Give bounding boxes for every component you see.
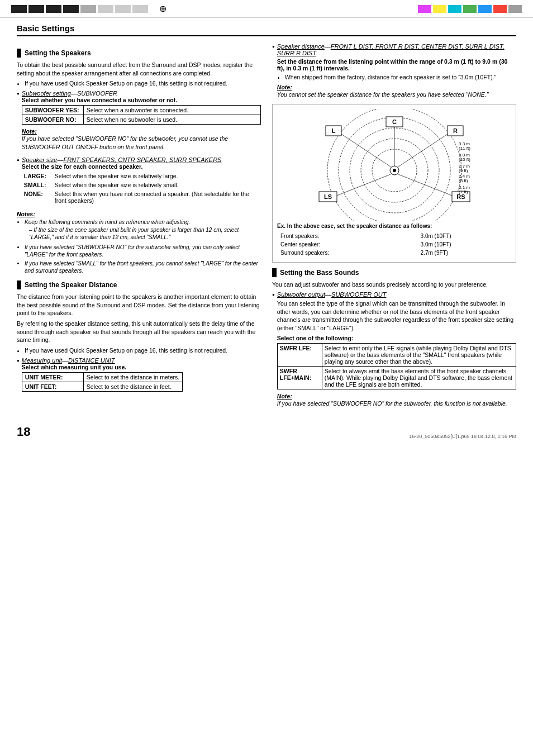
table-row: Front speakers: 3.0m (10FT) <box>278 232 510 240</box>
section-speakers-title: Setting the Speakers <box>25 49 91 57</box>
svg-line-21 <box>398 174 452 196</box>
subwoofer-output-title: Subwoofer output—SUBWOOFER OUT <box>277 291 387 298</box>
surround-speakers-value: 2.7m (9FT) <box>418 249 510 256</box>
color-cyan <box>448 5 461 13</box>
table-row: LARGE: Select when the speaker size is r… <box>22 172 261 180</box>
notes-subitem-1: If the size of the cone speaker unit bui… <box>29 226 261 241</box>
swfr-lfe-label: SWFR LFE: <box>277 343 322 366</box>
front-speakers-label: Front speakers: <box>278 232 417 240</box>
table-row: Center speaker: 3.0m (10FT) <box>278 241 510 248</box>
svg-line-20 <box>337 174 391 196</box>
speaker-notes-title: Notes: <box>17 211 261 217</box>
bass-note-title: Note: <box>277 393 516 400</box>
subwoofer-note-text: If you have selected "SUBWOOFER NO" for … <box>22 135 261 151</box>
swfr-lfemain-label: SWFR LFE+MAIN: <box>277 366 322 389</box>
svg-text:L: L <box>331 127 335 134</box>
subwoofer-note-title: Note: <box>22 128 261 135</box>
section-distance-heading: Setting the Speaker Distance <box>17 280 261 289</box>
top-bar: ⊕ <box>0 0 533 18</box>
bar-block-2 <box>28 5 44 13</box>
diagram-svg: C L R LS RS <box>313 109 475 221</box>
bar-block-8 <box>132 5 148 13</box>
color-magenta <box>418 5 431 13</box>
speaker-distance-note: Note: You cannot set the speaker distanc… <box>277 84 516 99</box>
page: English Basic Settings Setting the Speak… <box>0 18 533 450</box>
speaker-distance-note-title: Note: <box>277 84 516 91</box>
large-value: Select when the speaker size is relative… <box>53 172 261 180</box>
bar-block-1 <box>11 5 27 13</box>
crosshair-symbol: ⊕ <box>159 3 166 14</box>
subwoofer-note: Note: If you have selected "SUBWOOFER NO… <box>22 128 261 151</box>
speaker-size-title: Speaker size—FRNT SPEAKERS, CNTR SPEAKER… <box>22 156 222 163</box>
page-number: 18 <box>17 425 30 439</box>
speaker-distance-content: Speaker distance—FRONT L DIST, FRONT R D… <box>277 43 516 102</box>
svg-text:(9 ft): (9 ft) <box>459 168 468 173</box>
large-label: LARGE: <box>22 172 53 180</box>
speaker-distance: ● Speaker distance—FRONT L DIST, FRONT R… <box>272 43 516 102</box>
subwoofer-no-value: Select when no subwoofer is used. <box>83 115 260 125</box>
table-row: SUBWOOFER YES: Select when a subwoofer i… <box>22 106 260 115</box>
measuring-unit-content: Measuring unit—DISTANCE UNIT Select whic… <box>22 357 183 395</box>
notes-item-1: Keep the following comments in mind as r… <box>25 218 261 241</box>
unit-meter-label: UNIT METER: <box>22 372 83 382</box>
speaker-size-table: LARGE: Select when the speaker size is r… <box>22 172 261 205</box>
unit-feet-value: Select to set the distance in feet. <box>83 382 182 391</box>
bass-note: Note: If you have selected "SUBWOOFER NO… <box>277 393 516 408</box>
speaker-distance-bullets: When shipped from the factory, distance … <box>285 73 516 82</box>
swfr-table: SWFR LFE: Select to emit only the LFE si… <box>277 343 516 389</box>
page-title: Basic Settings <box>17 23 516 33</box>
diagram-caption: Ex. In the above case, set the speaker d… <box>277 223 511 229</box>
page-footer: 18 16-20_5050&5052[C]1.p65 18 04.12.8, 1… <box>17 425 516 439</box>
svg-line-19 <box>398 134 448 167</box>
svg-text:(11 ft): (11 ft) <box>459 146 470 151</box>
bar-block-3 <box>46 5 61 13</box>
measuring-unit-table: UNIT METER: Select to set the distance i… <box>22 372 183 392</box>
speaker-distance-note-text: You cannot set the speaker distance for … <box>277 91 516 99</box>
svg-line-18 <box>341 134 391 167</box>
surround-speakers-label: Surround speakers: <box>278 249 417 256</box>
speaker-notes-list: Keep the following comments in mind as r… <box>25 218 261 275</box>
speaker-notes: Notes: Keep the following comments in mi… <box>17 211 261 275</box>
svg-text:R: R <box>453 127 458 134</box>
color-gray <box>508 5 522 13</box>
section-bar-icon-2 <box>17 280 21 289</box>
diagram-table: Front speakers: 3.0m (10FT) Center speak… <box>277 231 511 258</box>
distance-para2: By referring to the speaker distance set… <box>17 320 261 344</box>
bar-block-5 <box>80 5 96 13</box>
bass-intro: You can adjust subwoofer and bass sounds… <box>272 280 516 289</box>
section-bass-title: Setting the Bass Sounds <box>280 269 359 277</box>
distance-bullets: If you have used Quick Speaker Setup on … <box>25 346 261 355</box>
swfr-lfemain-value: Select to always emit the bass elements … <box>322 366 516 389</box>
measuring-unit-title: Measuring unit—DISTANCE UNIT <box>22 357 115 364</box>
small-value: Select when the speaker size is relative… <box>53 180 261 189</box>
main-content: Setting the Speakers To obtain the best … <box>17 43 516 413</box>
svg-text:C: C <box>392 118 397 125</box>
subwoofer-output-desc: You can select the type of the signal wh… <box>277 299 516 332</box>
distance-para1: The distance from your listening point t… <box>17 293 261 317</box>
section-bar-icon-3 <box>272 268 277 277</box>
section-bar-icon <box>17 49 21 58</box>
subwoofer-table: SUBWOOFER YES: Select when a subwoofer i… <box>22 105 261 125</box>
svg-text:LS: LS <box>323 193 331 200</box>
right-column: ● Speaker distance—FRONT L DIST, FRONT R… <box>272 43 516 413</box>
table-row: SWFR LFE: Select to emit only the LFE si… <box>277 343 516 366</box>
unit-feet-label: UNIT FEET: <box>22 382 83 391</box>
subwoofer-yes-value: Select when a subwoofer is connected. <box>83 106 260 115</box>
speaker-size-content: Speaker size—FRNT SPEAKERS, CNTR SPEAKER… <box>22 156 261 208</box>
color-red <box>493 5 507 13</box>
section-speakers-heading: Setting the Speakers <box>17 49 261 58</box>
speaker-size-subtitle: Select the size for each connected speak… <box>22 163 261 170</box>
center-speaker-label: Center speaker: <box>278 241 417 248</box>
footer-info: 16-20_5050&5052[C]1.p65 18 04.12.8, 1:16… <box>409 434 516 439</box>
subwoofer-yes-label: SUBWOOFER YES: <box>22 106 83 115</box>
subwoofer-subtitle: Select whether you have connected a subw… <box>22 97 261 103</box>
table-row: NONE: Select this when you have not conn… <box>22 189 261 205</box>
svg-point-6 <box>393 169 396 172</box>
swfr-lfe-value: Select to emit only the LFE signals (whi… <box>322 343 516 366</box>
speakers-intro: To obtain the best possible surround eff… <box>17 61 261 77</box>
color-blue <box>478 5 492 13</box>
none-value: Select this when you have not connected … <box>53 189 261 205</box>
table-row: SMALL: Select when the speaker size is r… <box>22 180 261 189</box>
speaker-distance-subtitle: Set the distance from the listening poin… <box>277 58 516 72</box>
bass-note-text: If you have selected "SUBWOOFER NO" for … <box>277 400 516 408</box>
